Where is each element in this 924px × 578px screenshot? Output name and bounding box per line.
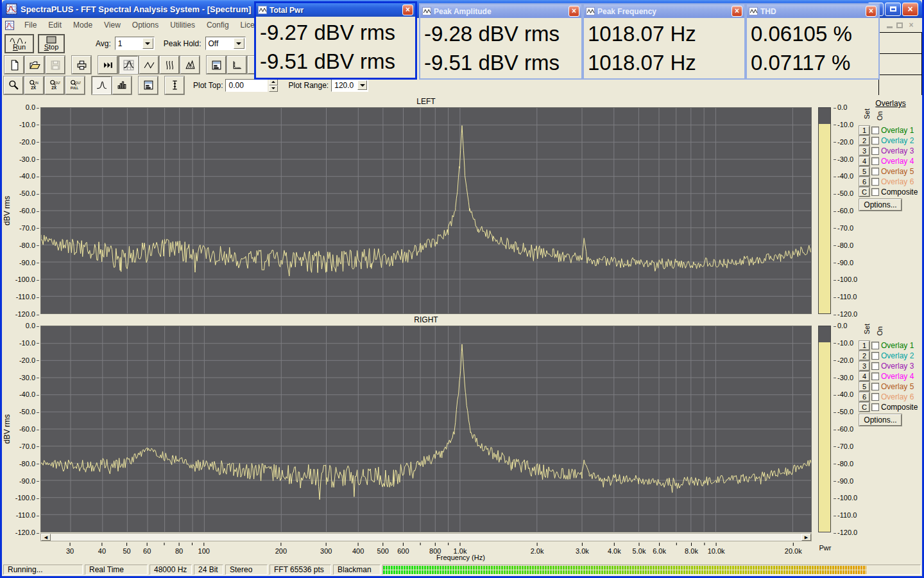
menu-item-config[interactable]: Config [201,19,235,31]
spectrogram-view-button[interactable] [160,56,179,74]
save-button[interactable] [46,56,65,74]
mdi-minimize-icon[interactable] [887,26,893,28]
left-spectrum-plot[interactable] [40,107,812,314]
maximize-button[interactable] [885,3,901,16]
overlay-set-button-3[interactable]: 3 [859,362,869,371]
new-file-button[interactable] [4,56,24,74]
overlay-on-checkbox[interactable] [871,178,879,186]
marker-button[interactable] [165,76,184,94]
scroll-right-icon[interactable]: ▶ [801,534,811,541]
overlay-set-button-6[interactable]: 6 [859,177,869,186]
menu-item-view[interactable]: View [98,19,126,31]
spectrum-view-button[interactable] [119,56,138,74]
ruler-button[interactable] [227,56,246,74]
menu-item-file[interactable]: File [19,19,42,31]
peak-frequency-window[interactable]: Peak Frequency × 1018.07 Hz 1018.07 Hz [583,3,746,80]
line-plot-button[interactable] [92,76,111,94]
horizontal-scrollbar[interactable]: ◀ ▶ [40,533,812,541]
overlay-on-checkbox[interactable] [871,342,879,349]
menu-item-utilities[interactable]: Utilities [164,19,201,31]
thd-titlebar[interactable]: THD × [747,4,878,18]
overlay-options-button[interactable]: Options... [859,414,902,426]
overlay-on-checkbox[interactable] [871,352,879,360]
menu-item-options[interactable]: Options [126,19,164,31]
mdi-close-icon[interactable]: × [907,21,916,29]
menu-item-edit[interactable]: Edit [42,19,67,31]
chevron-down-icon[interactable] [234,38,244,49]
open-file-button[interactable] [25,56,44,74]
close-icon[interactable]: × [732,6,742,17]
overlay-row: 4Overlay 4 [859,156,922,166]
thd-window[interactable]: THD × 0.06105 % 0.07117 % [746,3,880,80]
overlay-set-button-c[interactable]: C [859,188,869,197]
overlay-set-button-2[interactable]: 2 [859,351,869,360]
surface-view-button[interactable] [180,56,200,74]
overlay-set-button-4[interactable]: 4 [859,157,869,166]
zoom-button[interactable] [4,76,23,94]
overlay-label: Overlay 2 [881,351,914,360]
overlay-on-checkbox[interactable] [871,372,879,380]
overlay-set-button-2[interactable]: 2 [859,136,869,145]
bar-plot-button[interactable] [112,76,132,94]
plot-top-spinner[interactable] [269,79,278,92]
print-button[interactable] [72,56,91,74]
mdi-restore-icon[interactable] [896,22,903,28]
overlay-options-button[interactable]: Options... [859,199,902,211]
overlay-set-button-5[interactable]: 5 [859,167,869,176]
overlay-set-button-5[interactable]: 5 [859,382,869,391]
overlay-on-checkbox[interactable] [871,127,879,134]
run-button[interactable]: Run [4,34,34,53]
measurement-value: -9.51 dBV rms [260,47,415,76]
panel-button[interactable] [139,76,158,94]
zoom-out-full-button[interactable]: OUTFULL [65,76,85,94]
overlay-set-button-6[interactable]: 6 [859,392,869,401]
overlay-set-button-1[interactable]: 1 [859,341,869,350]
overlay-on-checkbox[interactable] [871,362,879,370]
overlay-set-button-1[interactable]: 1 [859,126,869,135]
zoom-out-2x-button[interactable]: OUT2X [45,76,64,94]
peak-amplitude-window[interactable]: Peak Amplitude × -9.28 dBV rms -9.51 dBV… [419,3,583,80]
y-tick-label: -80.0 [19,460,39,468]
overlay-on-checkbox[interactable] [871,168,879,175]
overlays-headers: SetOn [859,109,922,125]
zoom-in-2x-button[interactable]: IN2X [24,76,44,94]
y-tick-label: -90.0 [19,259,39,267]
right-spectrum-plot[interactable] [40,326,812,532]
overlay-set-button-3[interactable]: 3 [859,146,869,155]
plot-top-input[interactable]: 0.00 [225,79,268,92]
menu-item-mode[interactable]: Mode [67,19,98,31]
measurement-value: -9.27 dBV rms [260,18,415,47]
fast-forward-button[interactable] [98,56,117,74]
overlay-on-checkbox[interactable] [871,383,879,390]
close-button[interactable]: × [902,3,918,16]
overlay-on-checkbox[interactable] [871,188,879,196]
close-icon[interactable]: × [866,6,877,17]
control-panel-button[interactable] [207,56,226,74]
overlay-set-button-4[interactable]: 4 [859,372,869,381]
peak-frequency-titlebar[interactable]: Peak Frequency × [584,4,744,18]
overlay-on-checkbox[interactable] [871,157,879,165]
chevron-down-icon[interactable] [142,38,153,49]
avg-combobox[interactable]: 1 [115,37,155,50]
svg-text:6.0k: 6.0k [653,547,666,555]
overlay-on-checkbox[interactable] [871,393,879,401]
overlay-on-checkbox[interactable] [871,137,879,144]
overlay-on-checkbox[interactable] [871,403,879,411]
close-icon[interactable]: × [402,4,413,15]
total-pwr-titlebar[interactable]: Total Pwr × [256,3,415,17]
chevron-down-icon[interactable] [357,80,367,90]
child-system-icon[interactable] [4,21,15,30]
stop-button[interactable]: Stop [38,34,65,53]
overlay-set-button-c[interactable]: C [859,403,869,412]
total-pwr-window[interactable]: Total Pwr × -9.27 dBV rms -9.51 dBV rms [254,1,417,80]
peak-hold-combobox[interactable]: Off [205,37,246,50]
overlay-on-checkbox[interactable] [871,147,879,155]
plot-range-combobox[interactable]: 120.0 [331,79,368,92]
overlays-title: Overlays [859,99,922,108]
peak-amplitude-titlebar[interactable]: Peak Amplitude × [420,4,581,18]
close-icon[interactable]: × [569,6,579,17]
svg-text:4.0k: 4.0k [608,547,621,555]
control-panel-icon [211,60,222,71]
scroll-left-icon[interactable]: ◀ [41,534,51,541]
waveform-view-button[interactable] [139,56,158,74]
